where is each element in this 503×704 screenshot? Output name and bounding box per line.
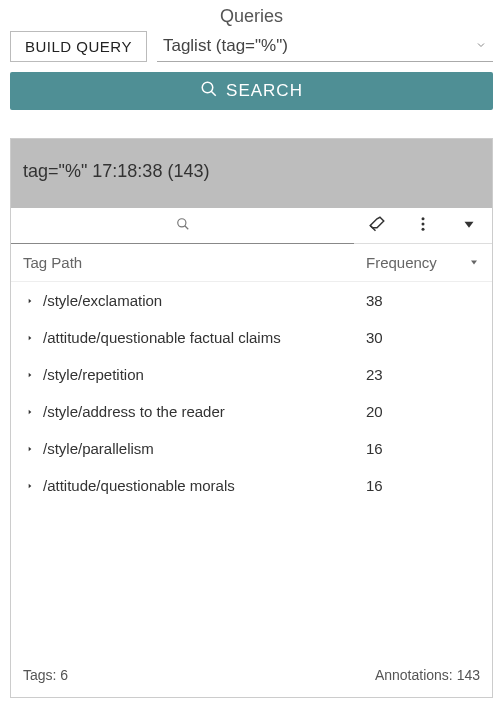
filter-input[interactable]	[11, 208, 354, 244]
build-query-button[interactable]: BUILD QUERY	[10, 31, 147, 62]
svg-marker-9	[29, 298, 32, 303]
svg-marker-13	[29, 446, 32, 451]
query-select[interactable]: Taglist (tag="%")	[157, 31, 493, 62]
caret-down-icon	[468, 254, 480, 271]
caret-down-icon	[460, 215, 478, 237]
tag-path: /style/repetition	[43, 366, 366, 383]
tag-frequency: 30	[366, 329, 456, 346]
svg-point-5	[422, 222, 425, 225]
tag-path: /style/parallelism	[43, 440, 366, 457]
table-row[interactable]: /style/address to the reader20	[11, 393, 492, 430]
search-icon	[200, 80, 218, 103]
tag-path: /attitude/questionable morals	[43, 477, 366, 494]
svg-point-0	[202, 82, 213, 93]
more-menu-button[interactable]	[400, 208, 446, 243]
search-icon	[176, 217, 190, 235]
svg-line-3	[184, 225, 188, 229]
tag-path: /style/address to the reader	[43, 403, 366, 420]
tag-frequency: 16	[366, 440, 456, 457]
results-header: tag="%" 17:18:38 (143)	[11, 139, 492, 208]
eraser-button[interactable]	[354, 208, 400, 243]
footer-tags: Tags: 6	[23, 667, 68, 683]
svg-marker-14	[29, 483, 32, 488]
svg-point-4	[422, 217, 425, 220]
caret-right-icon	[23, 371, 37, 379]
column-headers: Tag Path Frequency	[11, 244, 492, 282]
caret-right-icon	[23, 445, 37, 453]
table-row[interactable]: /style/exclamation38	[11, 282, 492, 319]
svg-marker-10	[29, 335, 32, 340]
column-tag-path[interactable]: Tag Path	[23, 254, 366, 271]
table-row[interactable]: /attitude/questionable morals16	[11, 467, 492, 504]
caret-right-icon	[23, 297, 37, 305]
results-toolbar	[11, 208, 492, 244]
sort-indicator[interactable]	[456, 254, 480, 271]
svg-point-6	[422, 227, 425, 230]
svg-point-2	[177, 218, 185, 226]
caret-right-icon	[23, 334, 37, 342]
query-select-value: Taglist (tag="%")	[163, 36, 288, 56]
results-footer: Tags: 6 Annotations: 143	[11, 657, 492, 697]
tag-frequency: 38	[366, 292, 456, 309]
tag-path: /style/exclamation	[43, 292, 366, 309]
svg-line-1	[211, 91, 216, 96]
tag-path: /attitude/questionable factual claims	[43, 329, 366, 346]
tag-frequency: 16	[366, 477, 456, 494]
tag-frequency: 20	[366, 403, 456, 420]
svg-marker-8	[471, 261, 477, 265]
svg-marker-12	[29, 409, 32, 414]
caret-right-icon	[23, 482, 37, 490]
more-vertical-icon	[414, 215, 432, 237]
results-panel: tag="%" 17:18:38 (143) Tag Path Frequenc…	[10, 138, 493, 698]
results-rows: /style/exclamation38/attitude/questionab…	[11, 282, 492, 657]
eraser-icon	[368, 215, 386, 237]
page-title: Queries	[0, 0, 503, 31]
svg-marker-7	[465, 221, 474, 227]
collapse-button[interactable]	[446, 208, 492, 243]
table-row[interactable]: /style/repetition23	[11, 356, 492, 393]
search-button[interactable]: SEARCH	[10, 72, 493, 110]
table-row[interactable]: /attitude/questionable factual claims30	[11, 319, 492, 356]
caret-right-icon	[23, 408, 37, 416]
tag-frequency: 23	[366, 366, 456, 383]
svg-marker-11	[29, 372, 32, 377]
search-label: SEARCH	[226, 81, 303, 101]
query-controls-row: BUILD QUERY Taglist (tag="%")	[0, 31, 503, 68]
chevron-down-icon	[475, 36, 487, 56]
table-row[interactable]: /style/parallelism16	[11, 430, 492, 467]
column-frequency[interactable]: Frequency	[366, 254, 456, 271]
footer-annotations: Annotations: 143	[375, 667, 480, 683]
